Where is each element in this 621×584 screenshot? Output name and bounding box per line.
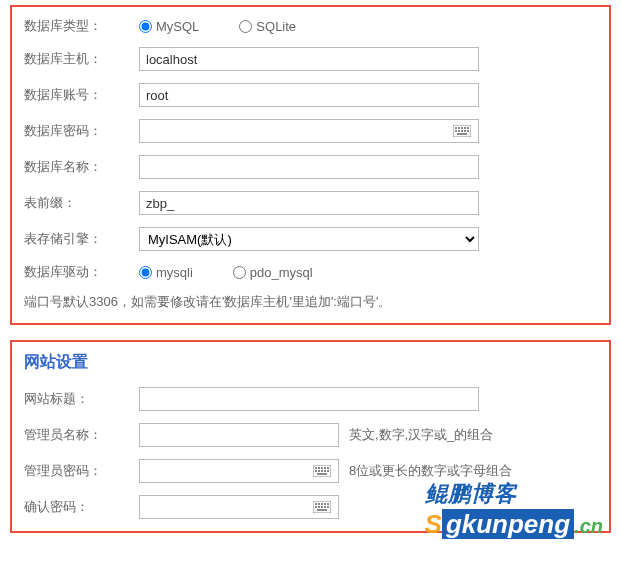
svg-rect-1 — [455, 127, 457, 129]
database-settings-panel: 数据库类型： MySQL SQLite 数据库主机： 数据库账号： 数据库密码： — [10, 5, 611, 325]
svg-rect-21 — [324, 470, 326, 472]
svg-rect-6 — [455, 130, 457, 132]
db-type-mysql-radio[interactable] — [139, 20, 152, 33]
svg-rect-30 — [315, 506, 317, 508]
admin-name-label: 管理员名称： — [24, 426, 139, 444]
db-host-input[interactable] — [139, 47, 479, 71]
svg-rect-3 — [461, 127, 463, 129]
db-driver-mysqli-option[interactable]: mysqli — [139, 265, 193, 280]
keyboard-icon — [311, 500, 333, 514]
svg-rect-27 — [321, 503, 323, 505]
db-prefix-input[interactable] — [139, 191, 479, 215]
watermark-s: S — [425, 509, 442, 539]
svg-rect-5 — [467, 127, 469, 129]
svg-rect-4 — [464, 127, 466, 129]
db-driver-pdo-label: pdo_mysql — [250, 265, 313, 280]
svg-rect-31 — [318, 506, 320, 508]
confirm-password-label: 确认密码： — [24, 498, 139, 516]
db-name-input[interactable] — [139, 155, 479, 179]
svg-rect-19 — [318, 470, 320, 472]
svg-rect-13 — [315, 467, 317, 469]
watermark: 鲲鹏博客 Sgkunpeng.cn — [425, 479, 603, 540]
db-driver-pdo-option[interactable]: pdo_mysql — [233, 265, 313, 280]
watermark-cn: .cn — [574, 515, 603, 537]
db-driver-label: 数据库驱动： — [24, 263, 139, 281]
svg-rect-22 — [327, 470, 329, 472]
db-type-radio-group: MySQL SQLite — [139, 19, 296, 34]
db-type-label: 数据库类型： — [24, 17, 139, 35]
db-port-note: 端口号默认3306，如需要修改请在'数据库主机'里追加':端口号'。 — [24, 293, 597, 311]
svg-rect-33 — [324, 506, 326, 508]
svg-rect-10 — [467, 130, 469, 132]
svg-rect-23 — [317, 473, 327, 475]
svg-rect-29 — [327, 503, 329, 505]
admin-password-input[interactable] — [139, 459, 339, 483]
svg-rect-34 — [327, 506, 329, 508]
watermark-domain: gkunpeng — [442, 509, 574, 539]
svg-rect-20 — [321, 470, 323, 472]
watermark-bottom: Sgkunpeng.cn — [425, 509, 603, 540]
svg-rect-7 — [458, 130, 460, 132]
svg-rect-17 — [327, 467, 329, 469]
db-name-label: 数据库名称： — [24, 158, 139, 176]
svg-rect-25 — [315, 503, 317, 505]
db-type-sqlite-radio[interactable] — [239, 20, 252, 33]
keyboard-icon — [311, 464, 333, 478]
svg-rect-11 — [457, 133, 467, 135]
db-password-input[interactable] — [139, 119, 479, 143]
admin-name-hint: 英文,数字,汉字或_的组合 — [349, 426, 493, 444]
confirm-password-input[interactable] — [139, 495, 339, 519]
db-engine-select[interactable]: MyISAM(默认) — [139, 227, 479, 251]
svg-rect-18 — [315, 470, 317, 472]
watermark-top: 鲲鹏博客 — [425, 479, 603, 509]
db-host-label: 数据库主机： — [24, 50, 139, 68]
keyboard-icon — [451, 124, 473, 138]
db-user-label: 数据库账号： — [24, 86, 139, 104]
svg-rect-35 — [317, 509, 327, 511]
db-engine-label: 表存储引擎： — [24, 230, 139, 248]
db-type-mysql-label: MySQL — [156, 19, 199, 34]
db-driver-mysqli-label: mysqli — [156, 265, 193, 280]
admin-name-input[interactable] — [139, 423, 339, 447]
db-password-label: 数据库密码： — [24, 122, 139, 140]
svg-rect-14 — [318, 467, 320, 469]
db-driver-pdo-radio[interactable] — [233, 266, 246, 279]
svg-rect-9 — [464, 130, 466, 132]
svg-rect-28 — [324, 503, 326, 505]
db-user-input[interactable] — [139, 83, 479, 107]
svg-rect-16 — [324, 467, 326, 469]
admin-password-hint: 8位或更长的数字或字母组合 — [349, 462, 512, 480]
svg-rect-8 — [461, 130, 463, 132]
svg-rect-26 — [318, 503, 320, 505]
db-type-sqlite-option[interactable]: SQLite — [239, 19, 296, 34]
db-driver-radio-group: mysqli pdo_mysql — [139, 265, 313, 280]
site-title-label: 网站标题： — [24, 390, 139, 408]
db-type-mysql-option[interactable]: MySQL — [139, 19, 199, 34]
svg-rect-15 — [321, 467, 323, 469]
db-driver-mysqli-radio[interactable] — [139, 266, 152, 279]
site-settings-title: 网站设置 — [24, 352, 597, 373]
db-prefix-label: 表前缀： — [24, 194, 139, 212]
svg-rect-32 — [321, 506, 323, 508]
svg-rect-2 — [458, 127, 460, 129]
site-title-input[interactable] — [139, 387, 479, 411]
db-type-sqlite-label: SQLite — [256, 19, 296, 34]
admin-password-label: 管理员密码： — [24, 462, 139, 480]
